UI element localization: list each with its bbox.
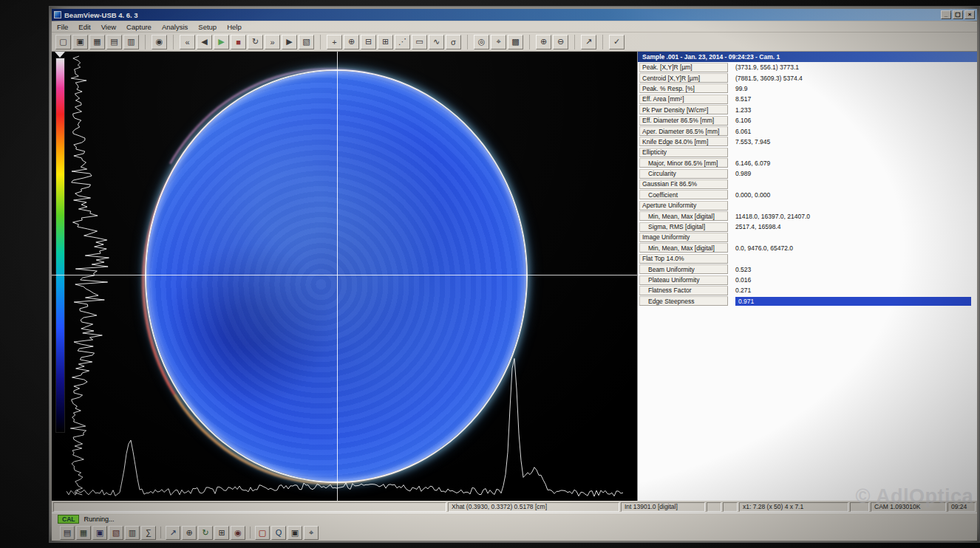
table-row[interactable]: Plateau Uniformity0.016 — [638, 275, 977, 285]
report-button[interactable]: ▤ — [60, 526, 75, 540]
table-row[interactable]: Coefficient0.000, 0.000 — [638, 190, 977, 200]
menu-item-analysis[interactable]: Analysis — [157, 22, 193, 32]
crosshair-horizontal[interactable] — [52, 275, 637, 275]
row-label: Eff. Diameter 86.5% [mm] — [639, 116, 728, 126]
table-row[interactable]: Eff. Area [mm²]8.517 — [638, 94, 977, 104]
capture-setup-icon: ▧ — [302, 37, 310, 47]
row-label: Flatness Factor — [639, 286, 728, 295]
sigma-button[interactable]: σ — [446, 35, 461, 49]
first-frame-button[interactable]: « — [180, 35, 195, 49]
window-layout-button[interactable]: ▣ — [287, 526, 302, 540]
copy-button[interactable]: ▥ — [123, 35, 139, 49]
table-row[interactable]: Circularity0.989 — [638, 168, 977, 179]
row-value: 0.0, 9476.0, 65472.0 — [735, 244, 793, 252]
monitor-screen: BeamView-USB 4. 6. 3 _ ▢ × FileEditViewC… — [49, 6, 980, 543]
table-row[interactable]: Flat Top 14.0% — [638, 253, 977, 264]
crosshair-vertical[interactable] — [337, 52, 338, 501]
zoom-tool-button[interactable]: ⊕ — [182, 526, 197, 540]
menu-item-help[interactable]: Help — [222, 22, 247, 32]
toolbar-group: ▢▣▦▤▥ — [55, 35, 146, 49]
gaussian-fit-icon: ∿ — [433, 37, 440, 47]
play-button[interactable]: ▶ — [214, 35, 229, 49]
menu-item-setup[interactable]: Setup — [193, 22, 222, 32]
diagonal-profile-button[interactable]: ⋰ — [395, 35, 410, 49]
select-region-button[interactable]: ▭ — [412, 35, 427, 49]
status-cell — [53, 502, 446, 512]
menu-item-capture[interactable]: Capture — [121, 22, 157, 32]
arrow-annotate-button[interactable]: ↗ — [581, 35, 596, 49]
save-result-button[interactable]: ▣ — [92, 526, 107, 540]
toolbar-group: ◎⌖▩ — [473, 35, 530, 49]
table-button[interactable]: ▦ — [76, 526, 91, 540]
grid-button[interactable]: ⊞ — [214, 526, 229, 540]
table-row[interactable]: Min, Mean, Max [digital]0.0, 9476.0, 654… — [638, 243, 977, 253]
table-row[interactable]: Sigma, RMS [digital]2517.4, 16598.4 — [638, 222, 977, 232]
v-profile-button[interactable]: ⊞ — [378, 35, 393, 49]
chart-button[interactable]: ▧ — [109, 526, 123, 540]
chart-icon: ▧ — [112, 528, 120, 538]
row-value: 2517.4, 16598.4 — [735, 223, 780, 230]
row-value: 6.146, 6.079 — [735, 160, 770, 167]
open-button[interactable]: ▣ — [72, 35, 88, 49]
table-row[interactable]: Aper. Diameter 86.5% [mm]6.061 — [638, 126, 977, 136]
zoom-in-button[interactable]: ⊕ — [536, 35, 551, 49]
table-row[interactable]: Peak. % Resp. [%]99.9 — [638, 83, 977, 94]
table-row[interactable]: Beam Uniformity0.523 — [638, 264, 977, 274]
prev-frame-button[interactable]: ◀ — [197, 35, 212, 49]
table-row[interactable]: Image Uniformity — [638, 232, 977, 242]
snapshot-button[interactable]: ◉ — [231, 526, 245, 540]
table-row[interactable]: Gaussian Fit 86.5% — [638, 179, 977, 189]
table-row[interactable]: Min, Mean, Max [digital]11418.0, 16397.0… — [638, 210, 977, 221]
row-label: Beam Uniformity — [639, 264, 728, 274]
export-icon: ↗ — [169, 528, 176, 538]
table-row[interactable]: Centroid [X,Y]R [µm](7881.5, 3609.3) 537… — [638, 72, 977, 83]
refresh-button[interactable]: ↻ — [248, 35, 263, 49]
pdf-button[interactable]: ▢ — [255, 526, 270, 540]
capture-setup-button[interactable]: ▧ — [299, 35, 314, 49]
table-row[interactable]: Ellipticity — [638, 147, 977, 157]
target-button[interactable]: ⌖ — [304, 526, 319, 540]
export-button[interactable]: ↗ — [166, 526, 180, 540]
table-row[interactable]: Eff. Diameter 86.5% [mm]6.106 — [638, 115, 977, 126]
copy-icon: ▥ — [127, 37, 135, 47]
confirm-button[interactable]: ✓ — [609, 35, 625, 49]
table-row[interactable]: Major, Minor 86.5% [mm]6.146, 6.079 — [638, 158, 977, 168]
status-cell — [723, 502, 738, 512]
beam-display[interactable] — [52, 52, 637, 501]
row-label: Aper. Diameter 86.5% [mm] — [639, 126, 728, 136]
circle-aperture-button[interactable]: ◎ — [474, 35, 489, 49]
pan-button[interactable]: ⌖ — [491, 35, 506, 49]
sum-button[interactable]: ∑ — [141, 526, 156, 540]
row-label: Peak. [X,Y]R [µm] — [639, 63, 728, 72]
new-button[interactable]: ▢ — [55, 35, 71, 49]
table-row[interactable]: Aperture Uniformity — [638, 200, 977, 210]
confirm-icon: ✓ — [613, 37, 620, 47]
menu-item-file[interactable]: File — [52, 22, 73, 32]
h-profile-button[interactable]: ⊟ — [361, 35, 376, 49]
search-button[interactable]: Q — [271, 526, 286, 540]
results-panel[interactable]: Sample .001 - Jan. 23, 2014 - 09:24:23 -… — [637, 52, 977, 501]
stop-button[interactable]: ■ — [231, 35, 246, 49]
refresh-view-button[interactable]: ↻ — [198, 526, 213, 540]
sigma-icon: σ — [451, 38, 456, 47]
table-row[interactable]: Pk Pwr Density [W/cm²]1.233 — [638, 105, 977, 115]
next-frame-button[interactable]: » — [265, 35, 280, 49]
table-row[interactable]: Edge Steepness0.971 — [638, 296, 977, 306]
center-marker-button[interactable]: ⊕ — [344, 35, 359, 49]
menu-item-view[interactable]: View — [96, 22, 121, 32]
row-label: Eff. Area [mm²] — [639, 95, 728, 104]
menu-item-edit[interactable]: Edit — [73, 22, 95, 32]
layers-button[interactable]: ▩ — [508, 35, 523, 49]
crosshair-button[interactable]: + — [327, 35, 342, 49]
save-button[interactable]: ▦ — [89, 35, 105, 49]
table-row[interactable]: Knife Edge 84.0% [mm]7.553, 7.945 — [638, 137, 977, 147]
zoom-out-button[interactable]: ⊖ — [553, 35, 568, 49]
gaussian-fit-button[interactable]: ∿ — [429, 35, 444, 49]
title-bar[interactable]: BeamView-USB 4. 6. 3 _ ▢ × — [52, 9, 977, 21]
table-row[interactable]: Peak. [X,Y]R [µm](3731.9, 556.1) 3773.1 — [638, 62, 977, 72]
table-row[interactable]: Flatness Factor0.271 — [638, 285, 977, 295]
print-button[interactable]: ▤ — [106, 35, 122, 49]
camera-capture-button[interactable]: ◉ — [152, 35, 167, 49]
copy-frame-button[interactable]: ▥ — [125, 526, 140, 540]
last-frame-button[interactable]: ▶ — [282, 35, 297, 49]
